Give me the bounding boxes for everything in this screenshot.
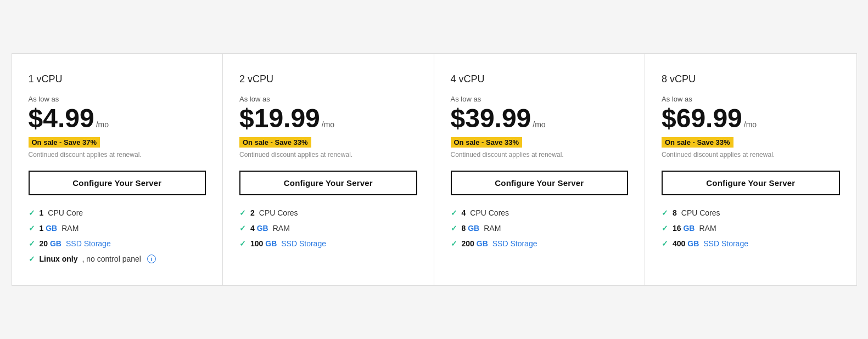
check-icon: ✓ (662, 224, 668, 233)
feature-text: RAM (699, 224, 716, 233)
plan-price-row: $69.99/mo (662, 105, 840, 132)
feature-bold: 200 GB (462, 239, 488, 248)
check-icon: ✓ (451, 208, 457, 217)
configure-server-button[interactable]: Configure Your Server (662, 171, 840, 195)
feature-text: CPU Cores (681, 208, 720, 217)
plan-price-mo: /mo (533, 120, 545, 129)
plan-vcpu-label: 2 vCPU (239, 74, 417, 85)
feature-text: RAM (273, 224, 290, 233)
feature-bold: 100 GB (250, 239, 277, 248)
feature-item: ✓1 GB RAM (29, 224, 206, 233)
plan-renewal-note: Continued discount applies at renewal. (451, 151, 629, 159)
feature-item: ✓Linux only, no control paneli (29, 255, 206, 263)
feature-bold: 20 GB (40, 239, 61, 248)
plan-vcpu-label: 1 vCPU (29, 74, 206, 85)
plan-renewal-note: Continued discount applies at renewal. (662, 151, 840, 159)
feature-text: CPU Cores (259, 208, 298, 217)
plan-sale-badge: On sale - Save 37% (29, 137, 100, 148)
pricing-grid: 1 vCPUAs low as$4.99/moOn sale - Save 37… (12, 53, 857, 286)
plan-price-mo: /mo (322, 120, 334, 129)
feature-item: ✓100 GB SSD Storage (239, 239, 417, 248)
feature-bold: Linux only (40, 255, 78, 263)
feature-item: ✓4 GB RAM (239, 224, 417, 233)
plan-price-mo: /mo (744, 120, 757, 129)
check-icon: ✓ (662, 208, 668, 217)
feature-bold: 4 (462, 208, 466, 217)
plan-price: $19.99 (239, 105, 320, 132)
feature-item: ✓4 CPU Cores (451, 208, 629, 217)
feature-item: ✓2 CPU Cores (239, 208, 417, 217)
check-icon: ✓ (239, 224, 246, 233)
plan-sale-badge: On sale - Save 33% (451, 137, 523, 148)
plan-price: $4.99 (29, 105, 94, 132)
check-icon: ✓ (451, 239, 457, 248)
feature-text: SSD Storage (703, 239, 748, 248)
feature-item: ✓400 GB SSD Storage (662, 239, 840, 248)
configure-server-button[interactable]: Configure Your Server (29, 171, 206, 195)
plan-card-plan-4vcpu: 4 vCPUAs low as$39.99/moOn sale - Save 3… (434, 54, 646, 285)
feature-text: RAM (61, 224, 79, 233)
plan-price-row: $19.99/mo (239, 105, 417, 132)
plan-vcpu-label: 4 vCPU (451, 74, 629, 85)
feature-bold: 1 GB (40, 224, 58, 233)
check-icon: ✓ (451, 224, 457, 233)
plan-sale-badge: On sale - Save 33% (662, 137, 733, 148)
feature-item: ✓200 GB SSD Storage (451, 239, 629, 248)
feature-text: SSD Storage (492, 239, 537, 248)
feature-bold: 4 GB (250, 224, 268, 233)
plan-price-row: $39.99/mo (451, 105, 629, 132)
check-icon: ✓ (29, 239, 35, 248)
plan-price: $39.99 (451, 105, 531, 132)
feature-bold: 400 GB (673, 239, 699, 248)
feature-text: SSD Storage (281, 239, 326, 248)
feature-item: ✓16 GB RAM (662, 224, 840, 233)
feature-bold: 1 (40, 208, 44, 217)
plan-as-low-as: As low as (451, 95, 629, 103)
feature-bold: 8 (673, 208, 677, 217)
plan-features-list: ✓1 CPU Core✓1 GB RAM✓20 GB SSD Storage✓L… (29, 208, 206, 263)
plan-renewal-note: Continued discount applies at renewal. (239, 151, 417, 159)
check-icon: ✓ (239, 208, 246, 217)
plan-price-mo: /mo (96, 120, 109, 129)
feature-bold: 2 (250, 208, 255, 217)
plan-as-low-as: As low as (239, 95, 417, 103)
plan-card-plan-1vcpu: 1 vCPUAs low as$4.99/moOn sale - Save 37… (12, 54, 223, 285)
plan-card-plan-8vcpu: 8 vCPUAs low as$69.99/moOn sale - Save 3… (645, 54, 856, 285)
plan-renewal-note: Continued discount applies at renewal. (29, 151, 206, 159)
info-icon[interactable]: i (147, 255, 156, 263)
feature-text: CPU Cores (470, 208, 509, 217)
feature-bold: 8 GB (462, 224, 480, 233)
check-icon: ✓ (29, 208, 35, 217)
check-icon: ✓ (29, 224, 35, 233)
configure-server-button[interactable]: Configure Your Server (239, 171, 417, 195)
feature-text: CPU Core (48, 208, 83, 217)
plan-features-list: ✓8 CPU Cores✓16 GB RAM✓400 GB SSD Storag… (662, 208, 840, 248)
feature-item: ✓8 GB RAM (451, 224, 629, 233)
feature-item: ✓20 GB SSD Storage (29, 239, 206, 248)
feature-text: SSD Storage (66, 239, 111, 248)
configure-server-button[interactable]: Configure Your Server (451, 171, 629, 195)
plan-card-plan-2vcpu: 2 vCPUAs low as$19.99/moOn sale - Save 3… (223, 54, 434, 285)
check-icon: ✓ (29, 255, 35, 263)
feature-item: ✓8 CPU Cores (662, 208, 840, 217)
plan-price-row: $4.99/mo (29, 105, 206, 132)
plan-price: $69.99 (662, 105, 742, 132)
plan-vcpu-label: 8 vCPU (662, 74, 840, 85)
feature-text: , no control panel (82, 255, 141, 263)
plan-sale-badge: On sale - Save 33% (239, 137, 311, 148)
feature-item: ✓1 CPU Core (29, 208, 206, 217)
feature-text: RAM (484, 224, 501, 233)
plan-as-low-as: As low as (662, 95, 840, 103)
plan-features-list: ✓4 CPU Cores✓8 GB RAM✓200 GB SSD Storage (451, 208, 629, 248)
plan-features-list: ✓2 CPU Cores✓4 GB RAM✓100 GB SSD Storage (239, 208, 417, 248)
feature-bold: 16 GB (673, 224, 695, 233)
check-icon: ✓ (662, 239, 668, 248)
check-icon: ✓ (239, 239, 246, 248)
plan-as-low-as: As low as (29, 95, 206, 103)
